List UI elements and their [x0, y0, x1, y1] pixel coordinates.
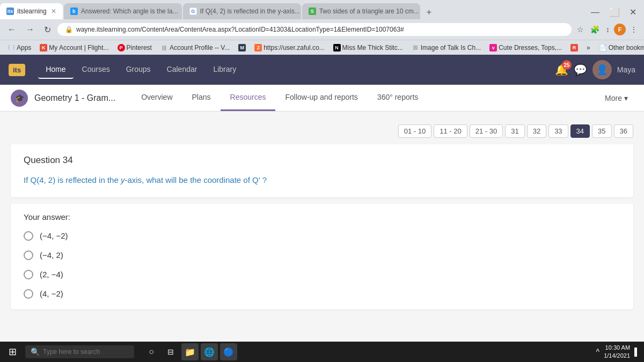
chat-icon[interactable]: 💬 [574, 63, 587, 76]
tab-favicon-google: G [189, 8, 197, 15]
answer-options: (−4, −2) (−4, 2) (2, −4) (4, −2) [24, 229, 620, 301]
bookmark-other[interactable]: 📄 Other bookmarks [596, 43, 644, 53]
nav-groups[interactable]: Groups [119, 61, 158, 79]
nav-home[interactable]: Home [38, 61, 73, 79]
taskbar-edge[interactable]: 🌐 [201, 343, 218, 360]
its-nav-right: 🔔 25 💬 👤 Maya [555, 60, 635, 79]
radio-button-4[interactable] [24, 289, 33, 299]
apps-icon: ⋮⋮ [8, 44, 15, 51]
page-btn-36[interactable]: 36 [614, 124, 633, 138]
sync-button[interactable]: ↕ [604, 23, 612, 36]
page-btn-34[interactable]: 34 [570, 124, 590, 138]
tab-close-its[interactable]: ✕ [51, 8, 56, 15]
answer-label: Your answer: [24, 212, 620, 221]
maximize-button[interactable]: ⬜ [606, 5, 623, 19]
answer-option-1[interactable]: (−4, −2) [24, 231, 620, 241]
user-avatar[interactable]: 👤 [592, 60, 612, 79]
taskbar-search-input[interactable] [43, 348, 129, 356]
bookmark-miss-me-label: Miss Me Thick Stitc... [342, 44, 403, 51]
tab-bar: its itslearning ✕ b Answered: Which angl… [0, 0, 644, 19]
bookmark-other-icon: 📄 [599, 44, 607, 51]
forward-button[interactable]: → [23, 23, 38, 36]
bookmark-zaful[interactable]: Z https://user.zaful.co... [251, 43, 327, 53]
answer-option-text-1: (−4, −2) [40, 231, 68, 240]
tab-favicon-answered: b [70, 8, 78, 15]
course-nav-resources[interactable]: Resources [221, 85, 276, 111]
bookmarks-overflow[interactable]: » [583, 43, 594, 53]
extensions-button[interactable]: 🧩 [588, 23, 602, 36]
image-icon: 🖼 [412, 44, 419, 51]
taskbar-date-text: 1/14/2021 [604, 352, 630, 360]
pinterest-icon: P [118, 44, 125, 51]
page-btn-33[interactable]: 33 [548, 124, 568, 138]
miss-me-icon: N [333, 44, 341, 51]
bookmark-account-profile[interactable]: ||| Account Profile -- V... [157, 43, 233, 53]
taskbar-search-icon-btn[interactable]: ○ [143, 343, 160, 360]
answer-option-text-2: (−4, 2) [40, 250, 63, 260]
address-bar[interactable]: 🔒 wayne.itslearning.com/ContentArea/Cont… [57, 23, 572, 36]
page-btn-32[interactable]: 32 [527, 124, 546, 138]
menu-button[interactable]: ⋮ [628, 23, 640, 36]
bookmark-apps[interactable]: ⋮⋮ Apps [4, 43, 34, 53]
nav-courses[interactable]: Courses [75, 61, 118, 79]
bookmark-other-label: Other bookmarks [609, 44, 644, 51]
its-logo[interactable]: its [9, 64, 25, 76]
show-desktop-button[interactable]: ▌ [634, 348, 640, 356]
bookmark-m[interactable]: M [235, 43, 249, 53]
bookmark-image[interactable]: 🖼 Image of Talk Is Ch... [408, 43, 485, 53]
course-nav-plans[interactable]: Plans [182, 85, 221, 111]
page-range-1-10[interactable]: 01 - 10 [398, 124, 431, 138]
address-bar-row: ← → ↻ 🔒 wayne.itslearning.com/ContentAre… [0, 19, 644, 40]
task-view-icon: ⊟ [167, 348, 174, 356]
taskbar-search[interactable]: 🔍 [25, 345, 134, 358]
nav-calendar[interactable]: Calendar [159, 61, 205, 79]
edge-icon: 🌐 [204, 347, 215, 357]
secure-icon: 🔒 [65, 26, 73, 33]
close-button[interactable]: ✕ [626, 5, 640, 19]
notification-bell-wrap: 🔔 25 [555, 63, 568, 76]
bookmark-cute-dresses[interactable]: v Cute Dresses, Tops,... [486, 43, 565, 53]
taskbar-center-icons: ○ ⊟ 📁 🌐 🔵 [143, 343, 237, 360]
course-nav-360reports[interactable]: 360° reports [368, 85, 428, 111]
tab-answered[interactable]: b Answered: Which angle is the la... ✕ [64, 3, 182, 19]
answer-option-4[interactable]: (4, −2) [24, 289, 620, 299]
page-btn-35[interactable]: 35 [592, 124, 611, 138]
taskbar-file-explorer[interactable]: 📁 [181, 343, 199, 360]
course-nav-overview[interactable]: Overview [131, 85, 182, 111]
page-range-21-30[interactable]: 21 - 30 [470, 124, 503, 138]
bookmark-my-account[interactable]: K My Account | Flight... [36, 43, 112, 53]
bookmark-m-icon: M [238, 44, 246, 51]
answer-option-2[interactable]: (−4, 2) [24, 250, 620, 260]
course-nav-followup[interactable]: Follow-up and reports [275, 85, 367, 111]
bookmark-star-button[interactable]: ☆ [575, 23, 586, 36]
browser-profile-icon[interactable]: F [614, 24, 626, 35]
bookmark-pinterest[interactable]: P Pinterest [114, 43, 155, 53]
radio-button-2[interactable] [24, 250, 33, 260]
more-label: More [605, 94, 622, 102]
bookmark-miss-me[interactable]: N Miss Me Thick Stitc... [330, 43, 406, 53]
bookmark-r[interactable]: R [567, 43, 581, 53]
radio-button-1[interactable] [24, 231, 33, 241]
bookmark-my-account-label: My Account | Flight... [49, 44, 108, 51]
taskbar-up-arrow-icon[interactable]: ^ [596, 348, 600, 356]
tab-two-sides[interactable]: S Two sides of a triangle are 10 cm... ✕ [302, 3, 420, 19]
start-button[interactable]: ⊞ [4, 344, 21, 360]
tab-google[interactable]: G If Q(4, 2) is reflected in the y-axis.… [183, 3, 301, 19]
answer-option-3[interactable]: (2, −4) [24, 270, 620, 279]
taskbar-chrome[interactable]: 🔵 [220, 343, 237, 360]
taskbar-task-view[interactable]: ⊟ [162, 343, 179, 360]
minimize-button[interactable]: — [588, 5, 603, 19]
page-btn-31[interactable]: 31 [505, 124, 524, 138]
course-nav-more[interactable]: More ▾ [599, 86, 633, 110]
nav-library[interactable]: Library [206, 61, 244, 79]
radio-button-3[interactable] [24, 270, 33, 279]
tab-label-its: itslearning [17, 8, 47, 15]
back-button[interactable]: ← [4, 23, 19, 36]
refresh-button[interactable]: ↻ [41, 23, 54, 37]
page-range-11-20[interactable]: 11 - 20 [434, 124, 467, 138]
notification-badge: 25 [562, 60, 572, 70]
new-tab-button[interactable]: + [421, 5, 437, 19]
tab-label-two-sides: Two sides of a triangle are 10 cm... [319, 8, 419, 15]
tab-itslearning[interactable]: its itslearning ✕ [0, 3, 63, 19]
tab-label-answered: Answered: Which angle is the la... [81, 8, 178, 15]
